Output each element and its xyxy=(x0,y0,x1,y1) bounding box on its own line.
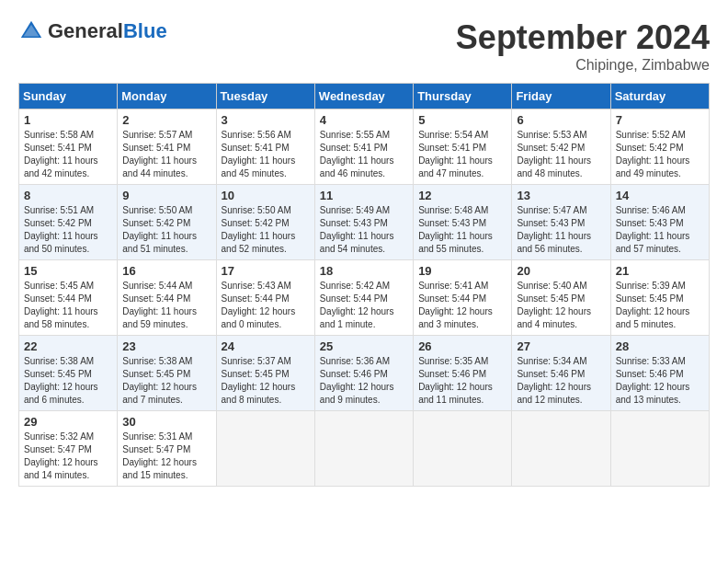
day-info: Sunrise: 5:37 AM Sunset: 5:45 PM Dayligh… xyxy=(222,355,310,407)
title-area: September 2024 Chipinge, Zimbabwe xyxy=(456,18,710,74)
calendar-cell: 27Sunrise: 5:34 AM Sunset: 5:46 PM Dayli… xyxy=(512,336,610,411)
calendar-cell: 30Sunrise: 5:31 AM Sunset: 5:47 PM Dayli… xyxy=(118,411,216,487)
day-number: 12 xyxy=(418,189,506,202)
header-monday: Monday xyxy=(118,84,216,109)
calendar-cell: 17Sunrise: 5:43 AM Sunset: 5:44 PM Dayli… xyxy=(216,260,314,336)
day-number: 6 xyxy=(517,113,605,127)
logo: GeneralBlue xyxy=(18,18,167,44)
header-sunday: Sunday xyxy=(19,84,118,109)
calendar-cell: 15Sunrise: 5:45 AM Sunset: 5:44 PM Dayli… xyxy=(19,260,118,336)
day-number: 20 xyxy=(517,264,605,278)
day-info: Sunrise: 5:33 AM Sunset: 5:46 PM Dayligh… xyxy=(616,355,704,407)
calendar-week-4: 22Sunrise: 5:38 AM Sunset: 5:45 PM Dayli… xyxy=(19,336,710,411)
page-header: GeneralBlue September 2024 Chipinge, Zim… xyxy=(18,18,710,74)
calendar-cell xyxy=(216,411,314,487)
calendar-cell: 23Sunrise: 5:38 AM Sunset: 5:45 PM Dayli… xyxy=(118,336,216,411)
day-info: Sunrise: 5:49 AM Sunset: 5:43 PM Dayligh… xyxy=(320,204,408,256)
day-info: Sunrise: 5:47 AM Sunset: 5:43 PM Dayligh… xyxy=(517,204,605,256)
calendar-cell: 14Sunrise: 5:46 AM Sunset: 5:43 PM Dayli… xyxy=(610,185,709,260)
calendar-table: SundayMondayTuesdayWednesdayThursdayFrid… xyxy=(18,83,710,487)
day-info: Sunrise: 5:45 AM Sunset: 5:44 PM Dayligh… xyxy=(24,280,112,331)
calendar-cell: 1Sunrise: 5:58 AM Sunset: 5:41 PM Daylig… xyxy=(19,109,118,185)
calendar-cell: 24Sunrise: 5:37 AM Sunset: 5:45 PM Dayli… xyxy=(216,336,314,411)
calendar-cell: 21Sunrise: 5:39 AM Sunset: 5:45 PM Dayli… xyxy=(610,260,709,336)
header-thursday: Thursday xyxy=(414,84,512,109)
day-number: 29 xyxy=(24,415,112,429)
day-number: 14 xyxy=(616,189,704,202)
day-info: Sunrise: 5:34 AM Sunset: 5:46 PM Dayligh… xyxy=(517,355,605,407)
day-number: 11 xyxy=(320,189,408,202)
day-number: 24 xyxy=(222,339,310,353)
calendar-cell: 3Sunrise: 5:56 AM Sunset: 5:41 PM Daylig… xyxy=(216,109,314,185)
day-number: 5 xyxy=(418,113,506,127)
day-number: 10 xyxy=(222,189,310,202)
day-number: 18 xyxy=(320,264,408,278)
calendar-cell: 25Sunrise: 5:36 AM Sunset: 5:46 PM Dayli… xyxy=(314,336,413,411)
day-info: Sunrise: 5:42 AM Sunset: 5:44 PM Dayligh… xyxy=(320,280,408,331)
day-info: Sunrise: 5:31 AM Sunset: 5:47 PM Dayligh… xyxy=(122,431,210,482)
day-number: 22 xyxy=(24,339,112,353)
day-info: Sunrise: 5:41 AM Sunset: 5:44 PM Dayligh… xyxy=(418,280,506,331)
calendar-cell: 22Sunrise: 5:38 AM Sunset: 5:45 PM Dayli… xyxy=(19,336,118,411)
day-info: Sunrise: 5:56 AM Sunset: 5:41 PM Dayligh… xyxy=(222,129,310,180)
day-info: Sunrise: 5:38 AM Sunset: 5:45 PM Dayligh… xyxy=(24,355,112,407)
calendar-header-row: SundayMondayTuesdayWednesdayThursdayFrid… xyxy=(19,84,710,109)
calendar-cell xyxy=(610,411,709,487)
day-info: Sunrise: 5:38 AM Sunset: 5:45 PM Dayligh… xyxy=(122,355,210,407)
day-info: Sunrise: 5:50 AM Sunset: 5:42 PM Dayligh… xyxy=(222,204,310,256)
day-number: 1 xyxy=(24,113,112,127)
day-number: 17 xyxy=(222,264,310,278)
day-info: Sunrise: 5:53 AM Sunset: 5:42 PM Dayligh… xyxy=(517,129,605,180)
calendar-cell: 28Sunrise: 5:33 AM Sunset: 5:46 PM Dayli… xyxy=(610,336,709,411)
calendar-cell: 5Sunrise: 5:54 AM Sunset: 5:41 PM Daylig… xyxy=(414,109,512,185)
calendar-cell: 18Sunrise: 5:42 AM Sunset: 5:44 PM Dayli… xyxy=(314,260,413,336)
calendar-cell: 4Sunrise: 5:55 AM Sunset: 5:41 PM Daylig… xyxy=(314,109,413,185)
day-number: 21 xyxy=(616,264,704,278)
calendar-cell: 20Sunrise: 5:40 AM Sunset: 5:45 PM Dayli… xyxy=(512,260,610,336)
calendar-week-2: 8Sunrise: 5:51 AM Sunset: 5:42 PM Daylig… xyxy=(19,185,710,260)
logo-blue-text: Blue xyxy=(123,19,167,42)
day-info: Sunrise: 5:43 AM Sunset: 5:44 PM Dayligh… xyxy=(222,280,310,331)
day-info: Sunrise: 5:55 AM Sunset: 5:41 PM Dayligh… xyxy=(320,129,408,180)
day-info: Sunrise: 5:36 AM Sunset: 5:46 PM Dayligh… xyxy=(320,355,408,407)
day-number: 30 xyxy=(122,415,210,429)
calendar-week-5: 29Sunrise: 5:32 AM Sunset: 5:47 PM Dayli… xyxy=(19,411,710,487)
calendar-body: 1Sunrise: 5:58 AM Sunset: 5:41 PM Daylig… xyxy=(19,109,710,487)
day-number: 3 xyxy=(222,113,310,127)
day-info: Sunrise: 5:54 AM Sunset: 5:41 PM Dayligh… xyxy=(418,129,506,180)
day-number: 15 xyxy=(24,264,112,278)
day-number: 27 xyxy=(517,339,605,353)
day-info: Sunrise: 5:40 AM Sunset: 5:45 PM Dayligh… xyxy=(517,280,605,331)
header-saturday: Saturday xyxy=(610,84,709,109)
day-info: Sunrise: 5:39 AM Sunset: 5:45 PM Dayligh… xyxy=(616,280,704,331)
day-info: Sunrise: 5:46 AM Sunset: 5:43 PM Dayligh… xyxy=(616,204,704,256)
day-number: 8 xyxy=(24,189,112,202)
day-info: Sunrise: 5:50 AM Sunset: 5:42 PM Dayligh… xyxy=(122,204,210,256)
day-info: Sunrise: 5:58 AM Sunset: 5:41 PM Dayligh… xyxy=(24,129,112,180)
day-number: 26 xyxy=(418,339,506,353)
calendar-cell: 13Sunrise: 5:47 AM Sunset: 5:43 PM Dayli… xyxy=(512,185,610,260)
calendar-cell xyxy=(414,411,512,487)
day-number: 9 xyxy=(122,189,210,202)
location-text: Chipinge, Zimbabwe xyxy=(456,57,710,74)
header-friday: Friday xyxy=(512,84,610,109)
day-number: 16 xyxy=(122,264,210,278)
day-info: Sunrise: 5:52 AM Sunset: 5:42 PM Dayligh… xyxy=(616,129,704,180)
day-number: 2 xyxy=(122,113,210,127)
logo-general-text: General xyxy=(48,19,123,42)
day-info: Sunrise: 5:35 AM Sunset: 5:46 PM Dayligh… xyxy=(418,355,506,407)
day-info: Sunrise: 5:44 AM Sunset: 5:44 PM Dayligh… xyxy=(122,280,210,331)
calendar-cell: 2Sunrise: 5:57 AM Sunset: 5:41 PM Daylig… xyxy=(118,109,216,185)
day-number: 7 xyxy=(616,113,704,127)
calendar-cell: 10Sunrise: 5:50 AM Sunset: 5:42 PM Dayli… xyxy=(216,185,314,260)
calendar-cell: 11Sunrise: 5:49 AM Sunset: 5:43 PM Dayli… xyxy=(314,185,413,260)
calendar-cell: 6Sunrise: 5:53 AM Sunset: 5:42 PM Daylig… xyxy=(512,109,610,185)
header-wednesday: Wednesday xyxy=(314,84,413,109)
calendar-cell: 29Sunrise: 5:32 AM Sunset: 5:47 PM Dayli… xyxy=(19,411,118,487)
calendar-cell: 7Sunrise: 5:52 AM Sunset: 5:42 PM Daylig… xyxy=(610,109,709,185)
calendar-week-3: 15Sunrise: 5:45 AM Sunset: 5:44 PM Dayli… xyxy=(19,260,710,336)
calendar-week-1: 1Sunrise: 5:58 AM Sunset: 5:41 PM Daylig… xyxy=(19,109,710,185)
day-number: 19 xyxy=(418,264,506,278)
month-title: September 2024 xyxy=(456,18,710,57)
day-number: 25 xyxy=(320,339,408,353)
